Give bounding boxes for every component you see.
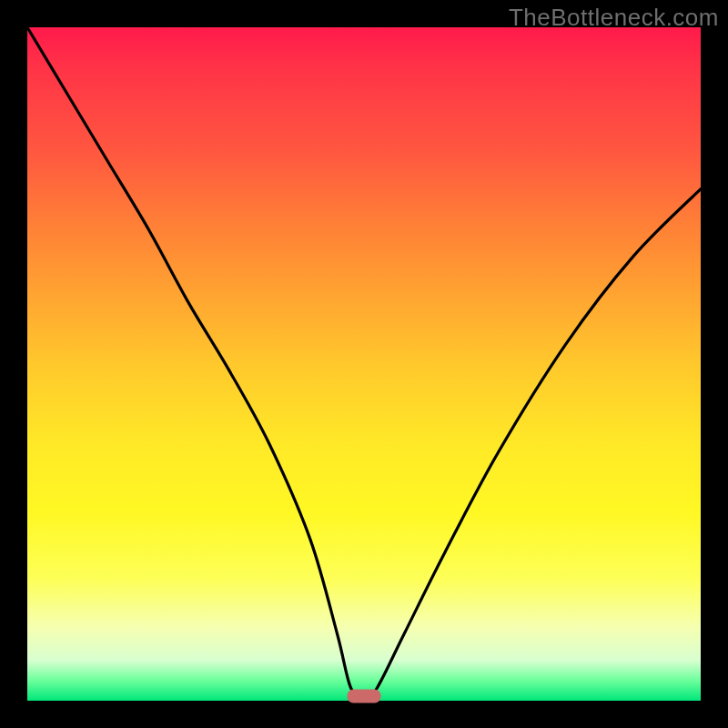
chart-frame: TheBottleneck.com <box>0 0 728 728</box>
plot-area <box>27 27 701 701</box>
bottleneck-curve <box>27 27 701 701</box>
optimum-marker <box>348 690 380 703</box>
chart-svg <box>27 27 701 701</box>
